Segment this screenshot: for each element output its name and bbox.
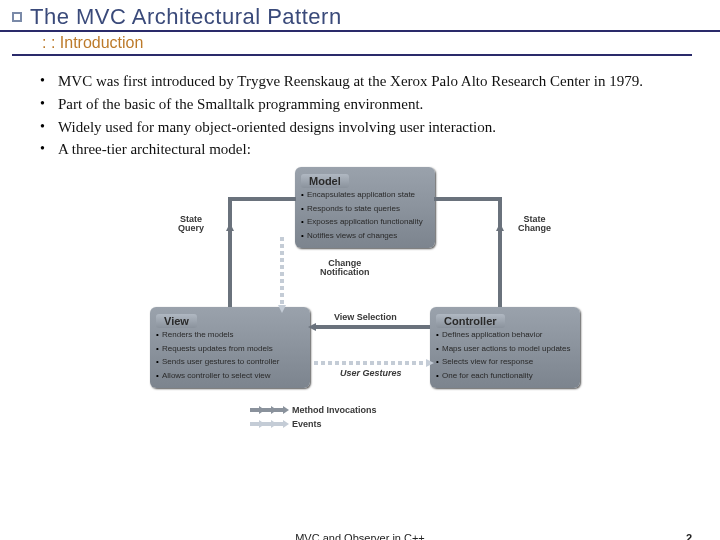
page-subtitle: : : Introduction bbox=[12, 32, 692, 56]
model-item: Encapsulates application state bbox=[301, 190, 429, 200]
model-item: Responds to state queries bbox=[301, 204, 429, 214]
state-query-arrow bbox=[228, 229, 232, 307]
controller-box: Controller Defines application behavior … bbox=[430, 307, 580, 388]
view-header: View bbox=[156, 314, 197, 328]
view-item: Sends user gestures to controller bbox=[156, 357, 304, 367]
bullet-item: Widely used for many object-oriented des… bbox=[40, 118, 680, 137]
controller-item: Maps user actions to model updates bbox=[436, 344, 574, 354]
mvc-diagram: Model Encapsulates application state Res… bbox=[130, 167, 590, 457]
view-item: Renders the models bbox=[156, 330, 304, 340]
change-notification-arrow bbox=[280, 237, 284, 309]
diagram-legend: Method Invocations Events bbox=[250, 405, 377, 433]
legend-solid-arrow-icon bbox=[262, 408, 272, 412]
arrow-head-icon bbox=[426, 359, 434, 367]
user-gestures-arrow bbox=[314, 361, 430, 365]
user-gestures-label: User Gestures bbox=[340, 369, 402, 378]
view-item: Allows controller to select view bbox=[156, 371, 304, 381]
page-title: The MVC Architectural Pattern bbox=[30, 4, 342, 30]
controller-item: Selects view for response bbox=[436, 357, 574, 367]
state-query-label: StateQuery bbox=[178, 215, 204, 234]
bullet-item: A three-tier architectural model: bbox=[40, 140, 680, 159]
view-selection-arrow bbox=[314, 325, 430, 329]
legend-solid-arrow-icon bbox=[274, 408, 284, 412]
model-header: Model bbox=[301, 174, 349, 188]
arrow-head-icon bbox=[496, 223, 504, 231]
bullet-item: Part of the basic of the Smalltalk progr… bbox=[40, 95, 680, 114]
title-bullet-icon bbox=[12, 12, 22, 22]
bullet-item: MVC was first introduced by Trygve Reens… bbox=[40, 72, 680, 91]
model-box: Model Encapsulates application state Res… bbox=[295, 167, 435, 248]
state-change-label: StateChange bbox=[518, 215, 551, 234]
controller-header: Controller bbox=[436, 314, 505, 328]
controller-item: One for each functionality bbox=[436, 371, 574, 381]
view-selection-label: View Selection bbox=[334, 313, 397, 322]
controller-item: Defines application behavior bbox=[436, 330, 574, 340]
footer-title: MVC and Observer in C++ bbox=[295, 532, 425, 540]
model-item: Notifies views of changes bbox=[301, 231, 429, 241]
title-bar: The MVC Architectural Pattern bbox=[0, 0, 720, 32]
legend-light-arrow-icon bbox=[262, 422, 272, 426]
change-notification-label: ChangeNotification bbox=[320, 259, 370, 278]
state-query-arrow bbox=[228, 197, 232, 229]
model-item: Exposes application functionality bbox=[301, 217, 429, 227]
view-item: Requests updates from models bbox=[156, 344, 304, 354]
arrow-head-icon bbox=[278, 305, 286, 313]
body-content: MVC was first introduced by Trygve Reens… bbox=[0, 56, 720, 457]
state-change-arrow bbox=[434, 197, 502, 201]
arrow-head-icon bbox=[308, 323, 316, 331]
page-number: 2 bbox=[686, 532, 692, 540]
legend-solid-arrow-icon bbox=[250, 408, 260, 412]
legend-light-arrow-icon bbox=[274, 422, 284, 426]
legend-method-label: Method Invocations bbox=[292, 405, 377, 415]
view-box: View Renders the models Requests updates… bbox=[150, 307, 310, 388]
legend-light-arrow-icon bbox=[250, 422, 260, 426]
legend-events-label: Events bbox=[292, 419, 322, 429]
state-change-arrow bbox=[498, 229, 502, 307]
state-query-arrow bbox=[228, 197, 296, 201]
